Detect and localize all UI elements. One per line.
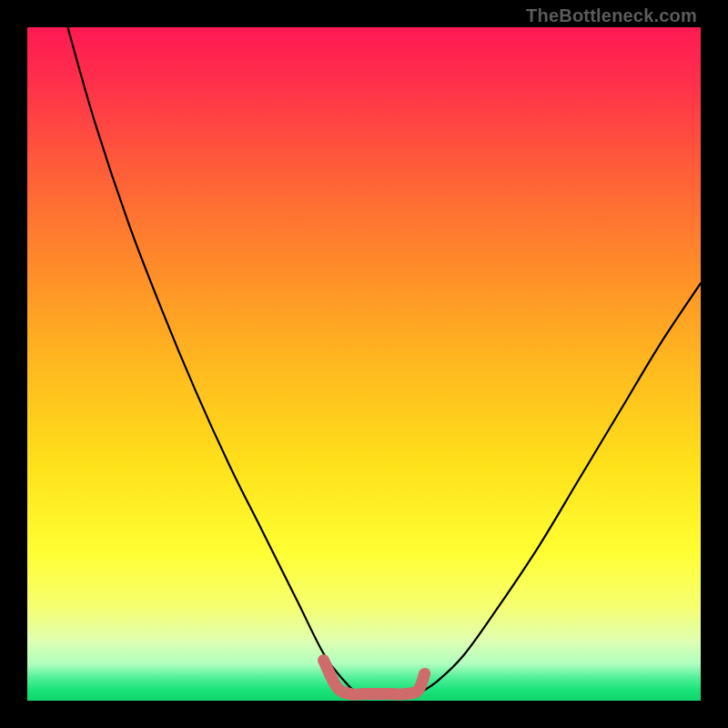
left-curve: [67, 27, 357, 694]
right-curve: [418, 283, 701, 693]
valley-accent: [324, 661, 425, 695]
curves-layer: [27, 27, 701, 701]
plot-area: [27, 27, 701, 701]
watermark-text: TheBottleneck.com: [526, 5, 697, 26]
chart-frame: TheBottleneck.com: [0, 0, 728, 728]
